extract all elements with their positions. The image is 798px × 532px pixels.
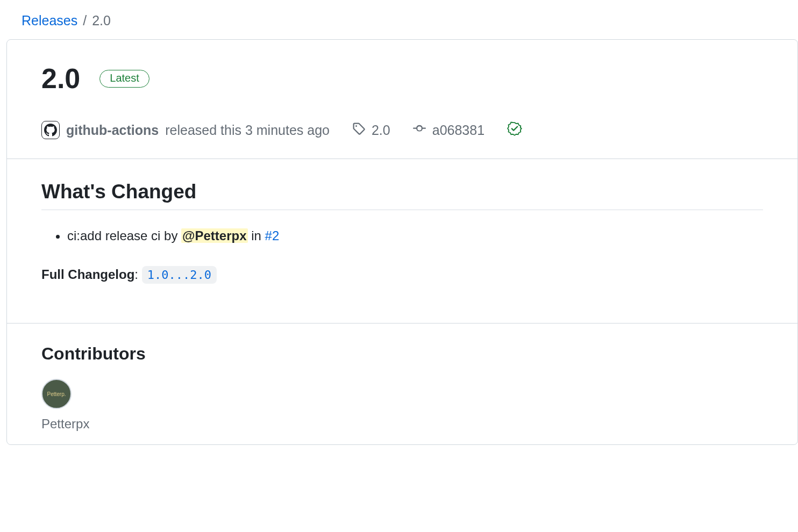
release-card: 2.0 Latest github-actions released this …	[6, 39, 798, 445]
breadcrumb: Releases / 2.0	[0, 0, 798, 39]
full-changelog: Full Changelog: 1.0...2.0	[41, 267, 763, 282]
release-tag-link[interactable]: 2.0	[352, 122, 390, 138]
changelog-list: ci:add release ci by @Petterpx in #2	[41, 228, 763, 243]
changelog-heading: What's Changed	[41, 181, 763, 210]
contributor: Petterp. Petterpx	[41, 379, 763, 432]
breadcrumb-releases-link[interactable]: Releases	[22, 13, 77, 28]
changelog-item-text: ci:add release ci by	[67, 228, 181, 243]
contributors-heading: Contributors	[41, 344, 763, 364]
release-commit-link[interactable]: a068381	[413, 122, 484, 138]
full-changelog-label: Full Changelog	[41, 267, 134, 282]
release-publisher: github-actions released this 3 minutes a…	[41, 121, 330, 139]
github-icon	[41, 121, 60, 139]
release-commit-sha: a068381	[432, 123, 484, 138]
avatar-text: Petterp.	[47, 391, 66, 397]
breadcrumb-separator: /	[83, 13, 87, 28]
user-mention-link[interactable]: @Petterpx	[181, 228, 247, 243]
release-title: 2.0	[41, 63, 80, 94]
release-header: 2.0 Latest github-actions released this …	[7, 40, 797, 159]
contributors-section: Contributors Petterp. Petterpx	[7, 323, 797, 444]
contributor-avatar[interactable]: Petterp.	[41, 379, 72, 409]
release-tag-name: 2.0	[372, 123, 390, 138]
breadcrumb-current: 2.0	[92, 13, 111, 28]
tag-icon	[352, 122, 365, 138]
release-body: What's Changed ci:add release ci by @Pet…	[7, 159, 797, 323]
latest-badge: Latest	[99, 70, 149, 88]
publisher-link[interactable]: github-actions	[66, 123, 159, 138]
compare-link[interactable]: 1.0...2.0	[142, 266, 217, 284]
verified-icon[interactable]	[507, 121, 522, 139]
commit-icon	[413, 122, 426, 138]
changelog-item: ci:add release ci by @Petterpx in #2	[67, 228, 763, 243]
published-time: released this 3 minutes ago	[165, 123, 330, 138]
pr-link[interactable]: #2	[265, 228, 280, 243]
contributor-name-link[interactable]: Petterpx	[41, 416, 89, 432]
